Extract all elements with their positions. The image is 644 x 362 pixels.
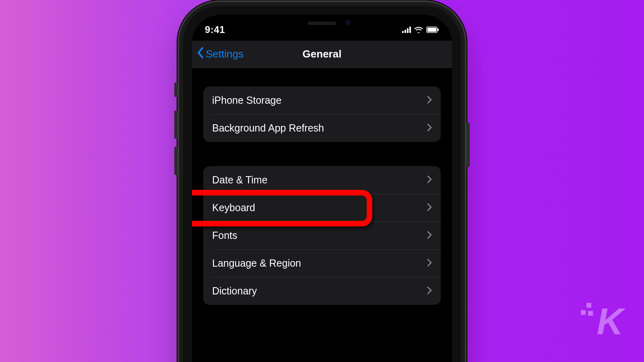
back-label: Settings: [206, 48, 244, 60]
chevron-right-icon: [427, 202, 432, 214]
chevron-left-icon: [197, 47, 204, 62]
row-iphone-storage[interactable]: iPhone Storage: [203, 86, 441, 114]
navigation-bar: Settings General: [192, 41, 452, 68]
row-label: Background App Refresh: [212, 122, 324, 134]
row-fonts[interactable]: Fonts: [203, 222, 441, 249]
status-time: 9:41: [205, 24, 225, 35]
wifi-icon: [414, 27, 423, 33]
power-button: [466, 123, 470, 167]
row-label: iPhone Storage: [212, 95, 281, 106]
chevron-right-icon: [427, 230, 432, 241]
mute-switch: [174, 82, 178, 97]
row-label: Dictionary: [212, 285, 257, 297]
front-camera: [345, 20, 350, 25]
row-dictionary[interactable]: Dictionary: [203, 277, 441, 305]
settings-content: iPhone Storage Background App Refresh Da…: [192, 68, 452, 305]
phone-frame: 9:41 Settings General: [183, 6, 461, 362]
settings-group-2: Date & Time Keyboard Fonts: [203, 166, 441, 305]
watermark-letter: K: [597, 301, 622, 342]
row-label: Language & Region: [212, 257, 301, 269]
cellular-icon: [402, 27, 411, 33]
chevron-right-icon: [427, 257, 432, 269]
phone-screen: 9:41 Settings General: [192, 15, 452, 362]
row-label: Date & Time: [212, 174, 268, 186]
chevron-right-icon: [427, 174, 432, 186]
chevron-right-icon: [427, 95, 432, 106]
watermark-logo: K: [597, 303, 622, 340]
status-icons: [402, 27, 439, 33]
battery-icon: [426, 27, 439, 33]
svg-rect-2: [438, 29, 439, 31]
row-label: Fonts: [212, 230, 237, 241]
chevron-right-icon: [427, 285, 432, 297]
chevron-right-icon: [427, 122, 432, 134]
row-date-time[interactable]: Date & Time: [203, 166, 441, 194]
row-language-region[interactable]: Language & Region: [203, 249, 441, 277]
svg-rect-1: [427, 28, 436, 32]
volume-up-button: [174, 111, 178, 139]
back-button[interactable]: Settings: [197, 47, 244, 62]
row-keyboard[interactable]: Keyboard: [203, 194, 441, 222]
row-label: Keyboard: [212, 202, 255, 214]
notch: [270, 15, 374, 32]
volume-down-button: [174, 147, 178, 175]
settings-group-1: iPhone Storage Background App Refresh: [203, 86, 441, 142]
row-background-app-refresh[interactable]: Background App Refresh: [203, 114, 441, 142]
speaker-grille: [308, 22, 336, 25]
